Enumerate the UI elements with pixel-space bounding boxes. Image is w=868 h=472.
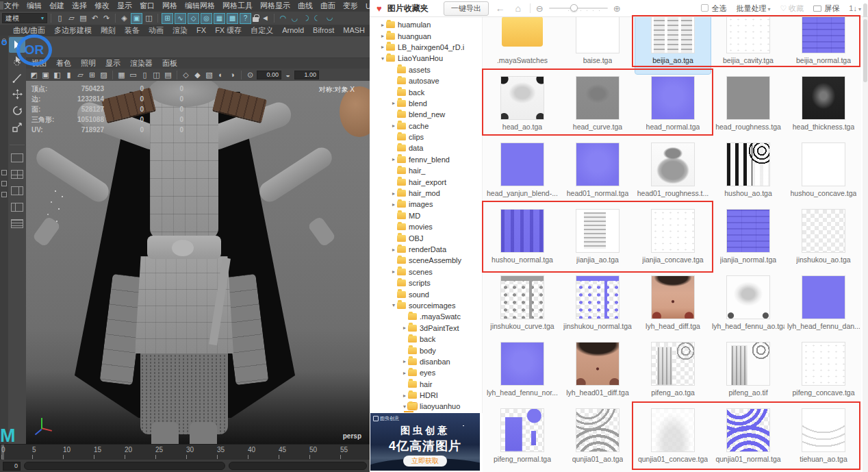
tree-item-images[interactable]: ▸images <box>370 199 482 210</box>
snap-to-point-icon[interactable]: ◇ <box>188 13 199 24</box>
tree-arrow-icon[interactable]: ▸ <box>401 325 408 331</box>
tree-arrow-icon[interactable]: ▸ <box>379 33 386 39</box>
move-tool[interactable] <box>9 86 25 102</box>
tree-item-scripts[interactable]: scripts <box>370 277 482 288</box>
tree-item-cache[interactable]: ▸cache <box>370 121 482 132</box>
menu-文件[interactable]: 文件 <box>4 1 19 11</box>
input-connections-icon[interactable]: ◠ <box>278 13 288 23</box>
gamma-icon[interactable]: ◒ <box>283 70 293 80</box>
grid-item-lyh_head_diff.tga[interactable]: lyh_head_diff.tga <box>635 273 711 340</box>
menu-变形[interactable]: 变形 <box>343 1 358 11</box>
menu-网格工具[interactable]: 网格工具 <box>222 1 253 11</box>
wireframe-icon[interactable]: ◇ <box>181 70 191 80</box>
timeline-tick[interactable]: 45 <box>277 445 308 460</box>
lights-icon[interactable]: ◐ <box>216 70 226 80</box>
grid-item-qunjia01_ao.tga[interactable]: qunjia01_ao.tga <box>560 406 635 472</box>
grid-item-head_thickness.tga[interactable]: head_thickness.tga <box>786 74 861 140</box>
exposure-field[interactable]: 0.00 <box>257 71 281 79</box>
image-plane-icon[interactable]: ▱ <box>75 70 86 80</box>
new-scene-icon[interactable]: ▯ <box>55 13 65 23</box>
panel-menu-着色[interactable]: 着色 <box>56 58 71 69</box>
home-icon[interactable]: ⌂ <box>512 3 524 14</box>
tree-item-MD[interactable]: MD <box>370 210 482 221</box>
construction-history-icon[interactable]: ◠ <box>301 13 311 23</box>
pick-mask-icon[interactable]: ◄ <box>260 13 270 23</box>
range-slider[interactable] <box>24 462 225 470</box>
shelf-tab-Arnold[interactable]: Arnold <box>282 26 304 34</box>
tree-item-sourceimages[interactable]: ▾sourceimages <box>370 300 482 311</box>
shelf-tab-多边形建模[interactable]: 多边形建模 <box>54 25 92 36</box>
pane-plus-layout[interactable] <box>9 199 25 215</box>
tree-arrow-icon[interactable]: ▾ <box>379 55 386 62</box>
grid-item-hushou_ao.tga[interactable]: hushou_ao.tga <box>711 140 786 207</box>
shelf-tab-MASH[interactable]: MASH <box>343 26 365 34</box>
grid-item-pifeng_ao.tif[interactable]: pifeng_ao.tif <box>711 340 786 406</box>
2d-pan-zoom-icon[interactable]: ⊞ <box>87 70 97 80</box>
save-scene-icon[interactable]: ▤ <box>78 13 88 23</box>
menu-创建[interactable]: 创建 <box>49 1 64 11</box>
output-connections-icon[interactable]: ◡ <box>290 13 300 23</box>
tree-item-HDRI[interactable]: ▸HDRI <box>370 390 482 401</box>
select-by-component-icon[interactable]: ◫ <box>144 13 154 23</box>
tree-item-data[interactable]: data <box>370 142 482 153</box>
grid-item-lyh_head_fennu_nor...[interactable]: lyh_head_fennu_nor... <box>485 340 560 406</box>
rotate-tool[interactable] <box>9 103 25 119</box>
grid-item-hushou_concave.tga[interactable]: hushou_concave.tga <box>786 140 861 207</box>
timeline-tick[interactable]: 10 <box>62 445 92 460</box>
shelf-tab-FX 缓存[interactable]: FX 缓存 <box>215 25 242 36</box>
grease-pencil-icon[interactable]: ▨ <box>99 70 109 80</box>
soft-select-icon[interactable]: ? <box>240 13 251 24</box>
shelf-tab-动画[interactable]: 动画 <box>149 25 164 36</box>
workspace-selector[interactable]: 建模 ▾ <box>2 13 47 23</box>
grid-item-head01_normal.tga[interactable]: head01_normal.tga <box>560 140 635 207</box>
tree-item-.mayaSwatc[interactable]: .mayaSwatc <box>370 311 482 322</box>
shelf-tab-渲染[interactable]: 渲染 <box>173 25 188 36</box>
grid-item-pifeng_normal.tga[interactable]: pifeng_normal.tga <box>485 406 560 472</box>
shelf-tab-雕刻[interactable]: 雕刻 <box>101 25 116 36</box>
tree-item-hair[interactable]: hair <box>370 379 482 390</box>
start-frame-field[interactable]: 0 <box>3 462 21 471</box>
grid-item-jianjia_normal.tga[interactable]: jianjia_normal.tga <box>711 207 786 273</box>
shelf-tab-自定义[interactable]: 自定义 <box>251 25 273 36</box>
viewport[interactable]: 顶点:75042300边:123281400面:52812700三角形:1051… <box>26 81 370 444</box>
menu-显示[interactable]: 显示 <box>117 1 132 11</box>
tree-arrow-icon[interactable]: ▸ <box>379 44 386 50</box>
tree-item-liaoyuanhuo[interactable]: ▾liaoyuanhuo <box>370 401 482 412</box>
timeline-tick[interactable]: 20 <box>123 445 154 460</box>
tree-arrow-icon[interactable]: ▸ <box>390 247 397 253</box>
select-all-checkbox[interactable]: 全选 <box>701 3 726 14</box>
grid-toggle-icon[interactable]: ▦ <box>116 70 127 80</box>
tree-item-hair_mod[interactable]: ▸hair_mod <box>370 188 482 199</box>
tree-item-3dPaintText[interactable]: ▸3dPaintText <box>370 323 482 334</box>
lock-icon[interactable] <box>253 17 259 22</box>
tree-item-body[interactable]: body <box>370 345 482 356</box>
make-live-icon[interactable]: ▩ <box>227 13 238 24</box>
paint-select-tool[interactable] <box>9 70 25 86</box>
tree-arrow-icon[interactable]: ▸ <box>379 22 386 28</box>
favorite-button[interactable]: ♡ 收藏 <box>780 3 804 14</box>
shaded-icon[interactable]: ◆ <box>192 70 203 80</box>
snap-to-projected-center-icon[interactable]: ◎ <box>201 13 212 24</box>
exposure-icon[interactable]: ⊙ <box>245 70 255 80</box>
panel-menu-显示[interactable]: 显示 <box>105 58 120 69</box>
tree-arrow-icon[interactable]: ▾ <box>401 403 408 410</box>
ad-banner[interactable]: 图虫创意 图虫创意 4亿高清图片 立即获取 <box>370 413 480 471</box>
screensaver-button[interactable]: 屏保 <box>813 3 839 14</box>
timeline-tick[interactable]: 5 <box>31 445 62 460</box>
grid-item-lyh_head_fennu_ao.tga[interactable]: lyh_head_fennu_ao.tga <box>711 273 786 340</box>
tree-item-OBJ[interactable]: OBJ <box>370 232 482 243</box>
tree-arrow-icon[interactable]: ▸ <box>390 100 397 106</box>
grid-item-pifeng_ao.tga[interactable]: pifeng_ao.tga <box>635 340 711 406</box>
menu-曲线[interactable]: 曲线 <box>298 1 313 11</box>
gate-mask-icon[interactable]: ◫ <box>151 70 162 80</box>
back-icon[interactable]: ← <box>494 3 507 14</box>
film-gate-icon[interactable]: ▭ <box>128 70 138 80</box>
four-pane-layout[interactable] <box>9 166 25 182</box>
tree-item-clips[interactable]: clips <box>370 132 482 142</box>
gamma-field[interactable]: 1.00 <box>294 71 319 79</box>
menu-修改[interactable]: 修改 <box>94 1 110 11</box>
menu-编辑网格[interactable]: 编辑网格 <box>185 1 215 11</box>
undo-icon[interactable]: ↶ <box>90 13 100 23</box>
panel-menu-照明[interactable]: 照明 <box>81 58 96 69</box>
tree-item-disanban[interactable]: ▸disanban <box>370 356 482 367</box>
